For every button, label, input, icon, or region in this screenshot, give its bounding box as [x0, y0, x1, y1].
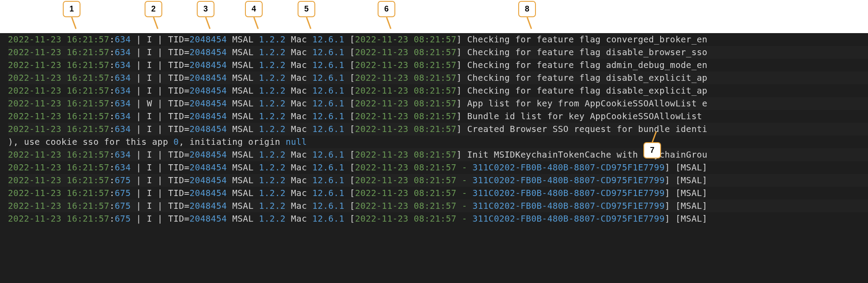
log-level: I [147, 201, 152, 211]
log-date: 2022-11-23 [8, 150, 61, 160]
log-date: 2022-11-23 [8, 162, 61, 173]
log-utc: 2022-11-23 08:21:57 [355, 73, 456, 83]
log-line: 2022-11-23 16:21:57:634 | I | TID=204845… [8, 46, 868, 59]
log-level: I [147, 34, 152, 45]
log-level: W [147, 98, 152, 109]
log-level: I [147, 188, 152, 198]
log-os-version: 12.6.1 [312, 201, 344, 211]
log-level: I [147, 73, 152, 83]
log-utc: 2022-11-23 08:21:57 [355, 34, 456, 45]
log-line: 2022-11-23 16:21:57:634 | I | TID=204845… [8, 59, 868, 72]
log-time: 16:21:57 [67, 98, 110, 109]
log-ms: 675 [115, 214, 131, 224]
log-date: 2022-11-23 [8, 214, 61, 224]
log-lib-version: 1.2.2 [259, 86, 286, 96]
log-lib-version: 1.2.2 [259, 162, 286, 173]
log-tid: 2048454 [190, 124, 227, 134]
log-time: 16:21:57 [67, 47, 110, 57]
log-lib-version: 1.2.2 [259, 47, 286, 57]
log-date: 2022-11-23 [8, 175, 61, 185]
log-lib-version: 1.2.2 [259, 60, 286, 70]
callout-bar: 1234568 [0, 0, 868, 33]
log-tid: 2048454 [190, 188, 227, 198]
log-tid: 2048454 [190, 60, 227, 70]
log-ms: 634 [115, 86, 131, 96]
log-lib-version: 1.2.2 [259, 73, 286, 83]
log-tid: 2048454 [190, 47, 227, 57]
log-level: I [147, 162, 152, 173]
log-output: 2022-11-23 16:21:57:634 | I | TID=204845… [0, 33, 868, 225]
log-os-version: 12.6.1 [312, 86, 344, 96]
log-time: 16:21:57 [67, 60, 110, 70]
log-ms: 634 [115, 150, 131, 160]
log-date: 2022-11-23 [8, 124, 61, 134]
callout-8: 8 [518, 1, 536, 17]
log-time: 16:21:57 [67, 124, 110, 134]
log-tid: 2048454 [190, 175, 227, 185]
log-tid: 2048454 [190, 214, 227, 224]
log-time: 16:21:57 [67, 188, 110, 198]
log-message: Created Browser SSO request for bundle i… [467, 124, 707, 134]
log-date: 2022-11-23 [8, 98, 61, 109]
log-lib-version: 1.2.2 [259, 188, 286, 198]
log-ms: 634 [115, 73, 131, 83]
log-time: 16:21:57 [67, 34, 110, 45]
log-ms: 634 [115, 98, 131, 109]
log-utc: 2022-11-23 08:21:57 [355, 47, 456, 57]
log-ms: 634 [115, 47, 131, 57]
log-date: 2022-11-23 [8, 111, 61, 121]
log-ms: 675 [115, 175, 131, 185]
log-ms: 634 [115, 34, 131, 45]
log-tid: 2048454 [190, 98, 227, 109]
log-message: App list for key from AppCookieSSOAllowL… [467, 98, 707, 109]
log-utc: 2022-11-23 08:21:57 [355, 124, 456, 134]
log-ms: 634 [115, 60, 131, 70]
log-date: 2022-11-23 [8, 34, 61, 45]
log-line: 2022-11-23 16:21:57:675 | I | TID=204845… [8, 174, 868, 187]
log-lib-version: 1.2.2 [259, 214, 286, 224]
callout-5: 5 [298, 1, 315, 17]
callout-4: 4 [245, 1, 263, 17]
log-time: 16:21:57 [67, 162, 110, 173]
log-os-version: 12.6.1 [312, 73, 344, 83]
log-date: 2022-11-23 [8, 60, 61, 70]
log-line: 2022-11-23 16:21:57:634 | I | TID=204845… [8, 33, 868, 46]
log-os-version: 12.6.1 [312, 188, 344, 198]
log-level: I [147, 111, 152, 121]
callout-3: 3 [197, 1, 214, 17]
log-lib-version: 1.2.2 [259, 175, 286, 185]
log-line: 2022-11-23 16:21:57:675 | I | TID=204845… [8, 212, 868, 225]
log-correlation-id: 311C0202-FB0B-480B-8807-CD975F1E7799 [473, 162, 665, 173]
log-tid: 2048454 [190, 86, 227, 96]
log-ms: 675 [115, 188, 131, 198]
log-line: 2022-11-23 16:21:57:634 | I | TID=204845… [8, 110, 868, 123]
log-utc: 2022-11-23 08:21:57 [355, 111, 456, 121]
log-line: 2022-11-23 16:21:57:634 | I | TID=204845… [8, 84, 868, 97]
log-utc: 2022-11-23 08:21:57 [355, 188, 456, 198]
log-correlation-id: 311C0202-FB0B-480B-8807-CD975F1E7799 [473, 175, 665, 185]
log-level: I [147, 86, 152, 96]
log-time: 16:21:57 [67, 150, 110, 160]
log-date: 2022-11-23 [8, 201, 61, 211]
log-line: 2022-11-23 16:21:57:675 | I | TID=204845… [8, 200, 868, 212]
log-line: 2022-11-23 16:21:57:634 | W | TID=204845… [8, 97, 868, 110]
log-tid: 2048454 [190, 162, 227, 173]
log-utc: 2022-11-23 08:21:57 [355, 86, 456, 96]
log-ms: 634 [115, 162, 131, 173]
log-lib-version: 1.2.2 [259, 150, 286, 160]
log-os-version: 12.6.1 [312, 60, 344, 70]
log-utc: 2022-11-23 08:21:57 [355, 201, 456, 211]
log-lib-version: 1.2.2 [259, 201, 286, 211]
log-time: 16:21:57 [67, 86, 110, 96]
log-date: 2022-11-23 [8, 47, 61, 57]
log-os-version: 12.6.1 [312, 34, 344, 45]
log-os-version: 12.6.1 [312, 124, 344, 134]
log-line: 2022-11-23 16:21:57:634 | I | TID=204845… [8, 72, 868, 84]
log-line: 2022-11-23 16:21:57:675 | I | TID=204845… [8, 187, 868, 200]
log-message: Checking for feature flag disable_browse… [467, 47, 707, 57]
log-lib-version: 1.2.2 [259, 124, 286, 134]
log-line: ), use cookie sso for this app 0, initia… [8, 136, 868, 148]
log-level: I [147, 60, 152, 70]
log-time: 16:21:57 [67, 201, 110, 211]
log-os-version: 12.6.1 [312, 47, 344, 57]
